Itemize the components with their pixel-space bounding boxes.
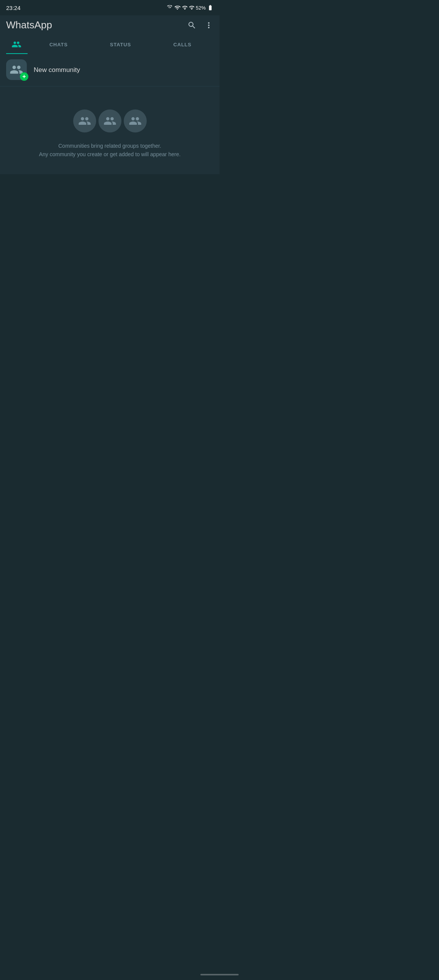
dark-area — [0, 174, 220, 490]
app-title: WhatsApp — [6, 19, 52, 31]
signal-icon-2 — [189, 5, 194, 10]
wifi-icon — [174, 5, 180, 11]
battery-level: 52% — [196, 5, 206, 11]
tab-communities[interactable] — [6, 34, 28, 54]
tab-calls[interactable]: CALLS — [151, 36, 213, 52]
header-actions — [187, 21, 213, 30]
more-options-icon — [204, 21, 213, 30]
new-community-label: New community — [34, 66, 80, 74]
empty-state: Communities bring related groups togethe… — [0, 87, 220, 174]
header-top: WhatsApp — [6, 19, 213, 34]
group-icon-2 — [103, 114, 116, 127]
communities-icon-wrap — [11, 39, 21, 49]
tab-bar: CHATS STATUS CALLS — [6, 34, 213, 54]
battery-icon — [207, 5, 213, 11]
tab-calls-label: CALLS — [174, 42, 192, 47]
plus-badge: + — [20, 72, 28, 81]
tab-chats-label: CHATS — [49, 42, 68, 47]
empty-icon-circle-1 — [73, 109, 96, 132]
empty-icon-circle-3 — [124, 109, 147, 132]
group-icon-3 — [129, 114, 142, 127]
tab-status[interactable]: STATUS — [90, 36, 152, 52]
status-time: 23:24 — [6, 5, 21, 11]
empty-state-text: Communities bring related groups togethe… — [39, 142, 181, 159]
group-icon-1 — [78, 114, 91, 127]
communities-icon — [11, 39, 21, 49]
empty-icons-row — [73, 109, 147, 132]
search-button[interactable] — [187, 21, 197, 30]
app-header: WhatsApp CHATS — [0, 15, 220, 54]
status-icons: 52% — [167, 5, 213, 11]
more-options-button[interactable] — [204, 21, 213, 30]
search-icon — [187, 21, 197, 30]
signal-icon-1 — [182, 5, 187, 10]
alarm-icon — [167, 5, 173, 11]
status-bar: 23:24 52% — [0, 0, 220, 15]
new-community-icon-wrap: + — [6, 59, 28, 81]
new-community-row[interactable]: + New community — [0, 54, 220, 87]
main-content: + New community Communities bri — [0, 54, 220, 490]
tab-chats[interactable]: CHATS — [28, 36, 90, 52]
tab-status-label: STATUS — [110, 42, 131, 47]
empty-icon-circle-2 — [98, 109, 121, 132]
